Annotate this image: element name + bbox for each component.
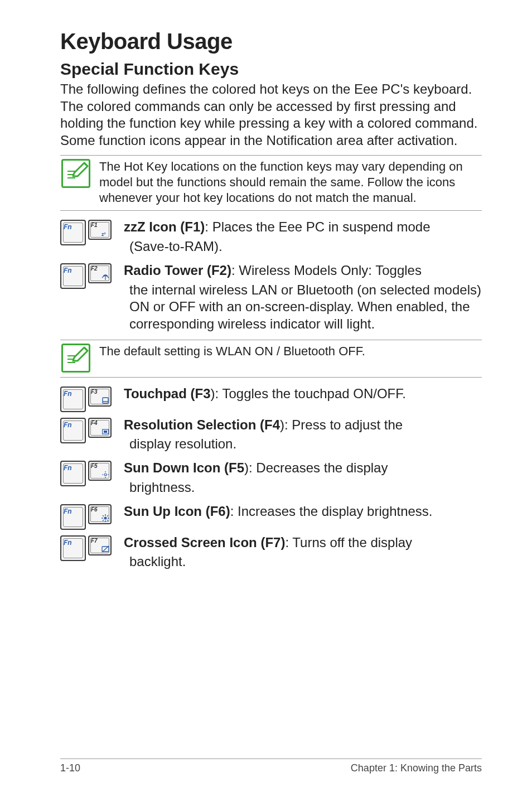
f3-lead: ): Toggles the touchpad ON/OFF. bbox=[211, 386, 406, 401]
fn-key-icon: Fn bbox=[60, 535, 86, 561]
hotkey-row-f6: Fn F6 Sun Up Icon (F6): Increases the di… bbox=[60, 503, 482, 530]
f4-lead: ): Press to adjust the bbox=[280, 417, 403, 432]
fn-key-icon: Fn bbox=[60, 418, 86, 443]
note-pencil-icon bbox=[61, 344, 90, 373]
svg-point-5 bbox=[104, 474, 107, 476]
radio-tower-icon bbox=[101, 273, 109, 281]
note-text-wlan: The default setting is WLAN ON / Bluetoo… bbox=[99, 344, 482, 359]
hotkey-row-f3: Fn F3 Touchpad (F3): Toggles the touchpa… bbox=[60, 385, 482, 412]
hotkey-row-f4: Fn F4 Resolution Selection (F4): Press t… bbox=[60, 417, 482, 455]
f5-sub: brightness. bbox=[129, 479, 482, 496]
f7-key-icon: F7 bbox=[88, 535, 112, 555]
f5-label: Sun Down Icon (F5 bbox=[124, 460, 244, 475]
page-number: 1-10 bbox=[60, 762, 80, 774]
svg-point-10 bbox=[104, 516, 107, 519]
f2-key-icon: F2 bbox=[88, 263, 112, 283]
f1-key-icon: F1 z² bbox=[88, 220, 112, 240]
note-text-top: The Hot Key locations on the function ke… bbox=[99, 159, 482, 206]
section-heading: Special Function Keys bbox=[60, 60, 482, 79]
svg-line-20 bbox=[102, 546, 109, 552]
note-pencil-icon bbox=[61, 159, 90, 188]
resolution-icon bbox=[101, 428, 109, 436]
hotkey-row-f2: Fn F2 Radio Tower (F2): Wireless Models … bbox=[60, 262, 482, 335]
hotkey-row-f5: Fn F5 Sun Down Icon (F5): Decreases the … bbox=[60, 460, 482, 498]
page-footer: 1-10 Chapter 1: Knowing the Parts bbox=[60, 758, 482, 774]
hotkey-row-f7: Fn F7 Crossed Screen Icon (F7): Turns of… bbox=[60, 534, 482, 573]
svg-line-18 bbox=[103, 520, 104, 521]
hotkey-row-f1: Fn F1 z² zzZ Icon (F1): Places the Eee P… bbox=[60, 219, 482, 257]
f7-lead: : Turns off the display bbox=[285, 535, 412, 550]
f6-key-icon: F6 bbox=[88, 504, 112, 524]
f3-key-icon: F3 bbox=[88, 386, 112, 407]
f1-sub: (Save-to-RAM). bbox=[129, 238, 482, 255]
svg-line-15 bbox=[103, 515, 104, 516]
fn-key-icon: Fn bbox=[60, 504, 86, 530]
fn-key-icon: Fn bbox=[60, 386, 86, 412]
f7-sub: backlight. bbox=[129, 553, 482, 571]
svg-rect-1 bbox=[103, 398, 108, 403]
crossed-screen-icon bbox=[101, 545, 109, 553]
svg-line-17 bbox=[107, 515, 108, 516]
f6-label: Sun Up Icon (F6) bbox=[124, 504, 230, 519]
note-block-wlan: The default setting is WLAN ON / Bluetoo… bbox=[60, 340, 482, 378]
f1-label: zzZ Icon (F1) bbox=[124, 219, 205, 234]
f1-lead: : Places the Eee PC in suspend mode bbox=[205, 219, 430, 234]
note-block-top: The Hot Key locations on the function ke… bbox=[60, 155, 482, 211]
fn-key-icon: Fn bbox=[60, 263, 86, 289]
page-title: Keyboard Usage bbox=[60, 29, 482, 54]
svg-text:z²: z² bbox=[101, 231, 106, 237]
svg-line-16 bbox=[107, 520, 108, 521]
f7-label: Crossed Screen Icon (F7) bbox=[124, 535, 285, 550]
f2-lead: : Wireless Models Only: Toggles bbox=[231, 263, 422, 278]
f4-label: Resolution Selection (F4 bbox=[124, 417, 280, 432]
sleep-zz-icon: z² bbox=[101, 230, 109, 238]
svg-rect-4 bbox=[104, 431, 107, 433]
f4-sub: display resolution. bbox=[129, 436, 482, 453]
f2-sub: the internal wireless LAN or Bluetooth (… bbox=[129, 282, 482, 333]
chapter-label: Chapter 1: Knowing the Parts bbox=[351, 762, 482, 774]
f6-lead: : Increases the display brightness. bbox=[230, 504, 433, 519]
f5-key-icon: F5 bbox=[88, 461, 112, 481]
f5-lead: ): Decreases the display bbox=[244, 460, 388, 475]
f2-label: Radio Tower (F2) bbox=[124, 263, 231, 278]
intro-paragraph: The following defines the colored hot ke… bbox=[60, 81, 482, 149]
fn-key-icon: Fn bbox=[60, 220, 86, 245]
fn-key-icon: Fn bbox=[60, 461, 86, 486]
touchpad-icon bbox=[101, 397, 109, 404]
f3-label: Touchpad (F3 bbox=[124, 386, 211, 401]
sun-down-icon bbox=[101, 471, 109, 479]
sun-up-icon bbox=[101, 514, 109, 522]
f4-key-icon: F4 bbox=[88, 418, 112, 438]
